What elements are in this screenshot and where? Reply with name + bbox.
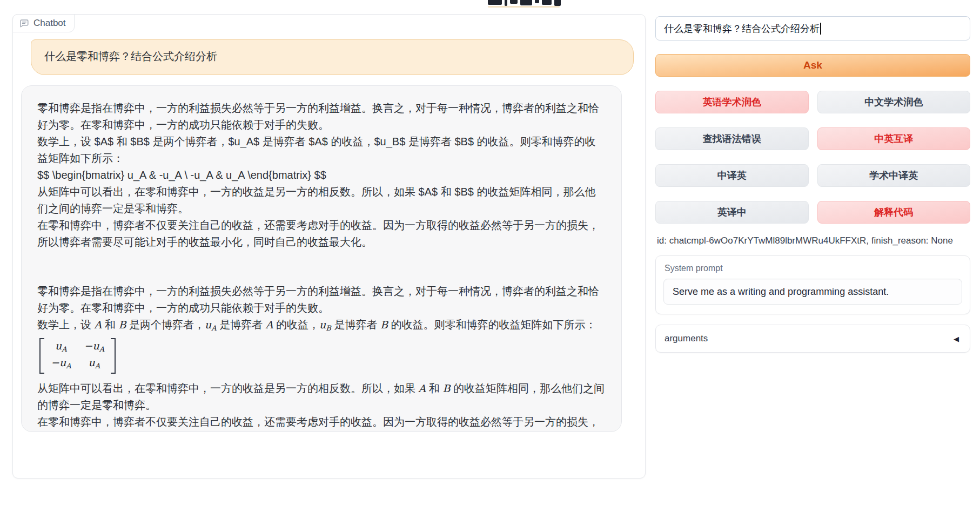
bot-rendered-paragraph: 在零和博弈中，博弈者不仅要关注自己的收益，还需要考虑对手的收益。因为一方取得的收… — [37, 414, 605, 432]
arguments-accordion[interactable]: arguments ◀ — [655, 325, 970, 353]
chatbot-label-text: Chatbot — [33, 18, 66, 29]
bot-raw-line: $$ \begin{bmatrix} u_A & -u_A \ -u_A & u… — [37, 167, 605, 184]
question-input-value: 什么是零和博弈？结合公式介绍分析 — [664, 22, 820, 35]
system-prompt-value: Serve me as a writing and programming as… — [673, 286, 889, 298]
function-button[interactable]: 查找语法错误 — [655, 127, 809, 150]
ask-button[interactable]: Ask — [655, 54, 970, 77]
user-message-text: 什么是零和博弈？结合公式介绍分析 — [44, 50, 217, 62]
function-button[interactable]: 中文学术润色 — [817, 91, 971, 113]
question-input[interactable]: 什么是零和博弈？结合公式介绍分析 — [655, 16, 970, 41]
bot-rendered-paragraph: 数学上，设 A 和 B 是两个博弈者，uA 是博弈者 A 的收益，uB 是博弈者… — [37, 316, 605, 336]
chatbot-label: Chatbot — [12, 14, 75, 32]
system-prompt-label: System prompt — [664, 264, 962, 273]
bot-rendered-paragraph: 零和博弈是指在博弈中，一方的利益损失必然等于另一方的利益增益。换言之，对于每一种… — [37, 283, 605, 316]
function-button[interactable]: 中英互译 — [817, 127, 971, 150]
function-button[interactable]: 英译中 — [655, 201, 809, 224]
chatbot-panel: Chatbot 什么是零和博弈？结合公式介绍分析 零和博弈是指在博弈中，一方的利… — [12, 14, 646, 478]
function-button[interactable]: 英语学术润色 — [655, 91, 809, 113]
status-text: id: chatcmpl-6wOo7KrYTwMl89lbrMWRu4UkFFX… — [657, 235, 973, 246]
bot-message-bubble: 零和博弈是指在博弈中，一方的利益损失必然等于另一方的利益增益。换言之，对于每一种… — [21, 85, 622, 432]
arguments-label: arguments — [664, 333, 708, 344]
system-prompt-input[interactable]: Serve me as a writing and programming as… — [663, 279, 962, 305]
function-button[interactable]: 学术中译英 — [817, 164, 971, 187]
triangle-left-icon: ◀ — [954, 335, 959, 343]
page-root: { "chatbot": { "label": "Chatbot", "labe… — [0, 0, 980, 519]
chat-bubble-icon — [19, 18, 29, 28]
bot-raw-line: 从矩阵中可以看出，在零和博弈中，一方的收益是另一方的相反数。所以，如果 $A$ … — [37, 184, 605, 217]
bot-raw-line: 零和博弈是指在博弈中，一方的利益损失必然等于另一方的利益增益。换言之，对于每一种… — [37, 100, 605, 133]
text-cursor — [820, 23, 821, 35]
math-matrix: uA−uA−uAuA — [39, 338, 605, 379]
user-message-bubble: 什么是零和博弈？结合公式介绍分析 — [31, 39, 634, 75]
bot-raw-line: 在零和博弈中，博弈者不仅要关注自己的收益，还需要考虑对手的收益。因为一方取得的收… — [37, 217, 605, 251]
system-prompt-card: System prompt Serve me as a writing and … — [655, 255, 970, 314]
bot-raw-line: 数学上，设 $A$ 和 $B$ 是两个博弈者，$u_A$ 是博弈者 $A$ 的收… — [37, 133, 605, 167]
bot-message-raw: 零和博弈是指在博弈中，一方的利益损失必然等于另一方的利益增益。换言之，对于每一种… — [37, 100, 605, 251]
bot-message-rendered: 零和博弈是指在博弈中，一方的利益损失必然等于另一方的利益增益。换言之，对于每一种… — [37, 283, 605, 432]
bot-rendered-paragraph: 从矩阵中可以看出，在零和博弈中，一方的收益是另一方的相反数。所以，如果 A 和 … — [37, 380, 605, 414]
function-button[interactable]: 解释代码 — [817, 201, 971, 224]
function-button[interactable]: 中译英 — [655, 164, 809, 187]
clipped-heading-underline — [488, 6, 560, 8]
function-button-grid: 英语学术润色中文学术润色查找语法错误中英互译中译英学术中译英英译中解释代码 — [655, 91, 970, 224]
